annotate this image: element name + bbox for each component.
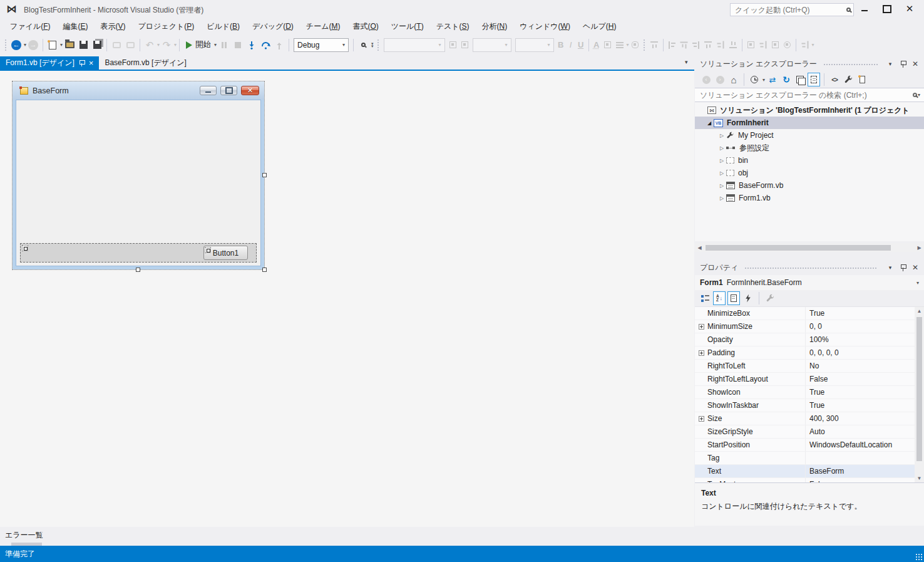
font-name-combo[interactable]: ▾ (384, 38, 445, 52)
scroll-down-icon[interactable]: ▼ (915, 476, 924, 481)
menu-item[interactable]: ウィンドウ(W) (513, 19, 577, 34)
vertical-scrollbar[interactable]: ▲ ▼ (915, 307, 924, 482)
snap-to-grid-icon[interactable] (650, 41, 658, 48)
italic-icon[interactable]: I (566, 40, 576, 49)
tree-item[interactable]: ▷bin (695, 154, 924, 167)
navigate-back-dropdown-icon[interactable]: ▾ (24, 42, 26, 48)
events-icon[interactable] (742, 291, 754, 305)
menu-item[interactable]: デバッグ(D) (246, 19, 300, 34)
designer-surface[interactable]: BaseForm ✕ Button1 (0, 71, 694, 527)
chevron-collapsed-icon[interactable]: ▷ (717, 170, 726, 176)
text-align-dropdown-icon[interactable]: ▾ (627, 42, 629, 48)
menu-item[interactable]: プロジェクト(P) (132, 19, 201, 34)
redo-dropdown-icon[interactable]: ▾ (174, 42, 177, 48)
make-same-size-icon[interactable] (772, 41, 779, 48)
scroll-up-icon[interactable]: ▲ (915, 308, 924, 314)
open-file-icon[interactable] (63, 38, 76, 53)
comment-next-icon[interactable] (124, 38, 136, 53)
stop-icon[interactable] (232, 38, 244, 53)
window-position-dropdown-icon[interactable]: ▾ (885, 59, 895, 69)
preview-selected-items-icon[interactable] (856, 73, 868, 86)
collapse-all-icon[interactable] (794, 73, 806, 86)
solution-configurations-combo[interactable]: Debug ▾ (294, 38, 349, 52)
close-icon[interactable]: ✕ (910, 59, 920, 69)
window-maximize-button[interactable] (878, 0, 896, 18)
combo-dropdown-icon[interactable]: ▾ (342, 42, 345, 48)
chevron-collapsed-icon[interactable]: ▷ (717, 158, 726, 164)
horizontal-spacing-icon[interactable] (801, 41, 808, 49)
step-into-icon[interactable] (245, 38, 258, 53)
find-in-files-icon[interactable] (357, 38, 369, 53)
menu-item[interactable]: ヘルプ(H) (577, 19, 623, 34)
tree-item[interactable]: ソリューション 'BlogTestFormInherit' (1 プロジェクト (695, 104, 924, 117)
align-rights-icon[interactable] (692, 41, 699, 49)
resize-handle-bottom-right[interactable] (262, 268, 267, 272)
forward-icon[interactable]: › (714, 73, 726, 86)
navigate-back-icon[interactable]: ← (10, 38, 23, 53)
panel-grip[interactable] (823, 63, 878, 66)
alphabetical-sort-icon[interactable]: AZ↓ (713, 291, 726, 305)
property-row[interactable]: ShowInTaskbarTrue (695, 399, 915, 412)
unlink-icon[interactable] (632, 41, 639, 48)
expand-icon[interactable] (695, 350, 707, 356)
error-list-tab[interactable]: エラー一覧 (5, 530, 43, 541)
pin-icon[interactable] (79, 60, 85, 66)
menu-item[interactable]: ファイル(F) (4, 19, 56, 34)
menu-item[interactable]: 編集(E) (56, 19, 94, 34)
property-row[interactable]: RightToLeftLayoutFalse (695, 373, 915, 386)
align-centers-icon[interactable] (680, 41, 687, 48)
align-bottoms-icon[interactable] (729, 41, 737, 48)
step-out-icon[interactable] (273, 38, 285, 53)
property-row[interactable]: MinimumSize0, 0 (695, 320, 915, 333)
property-pages-icon[interactable] (764, 291, 776, 305)
chevron-collapsed-icon[interactable]: ▷ (717, 183, 726, 189)
make-same-height-icon[interactable] (759, 41, 766, 49)
property-row[interactable]: MinimizeBoxTrue (695, 307, 915, 320)
pin-icon[interactable] (898, 263, 908, 273)
property-row[interactable]: StartPositionWindowsDefaultLocation (695, 439, 915, 452)
toolbar-grip[interactable] (4, 39, 8, 51)
start-dropdown-icon[interactable]: ▾ (214, 42, 217, 48)
filter-dropdown-icon[interactable]: ▾ (762, 77, 765, 83)
property-row[interactable]: ShowIconTrue (695, 386, 915, 399)
property-row[interactable]: TopMostFalse (695, 478, 915, 482)
properties-view-icon[interactable] (727, 291, 740, 305)
menu-item[interactable]: ツール(T) (385, 19, 430, 34)
step-over-icon[interactable] (259, 38, 272, 53)
spacing-dropdown-icon[interactable]: ▾ (812, 42, 814, 48)
solution-explorer-search[interactable]: ▾ (695, 88, 924, 102)
refresh-icon[interactable]: ↻ (780, 73, 793, 86)
quick-launch-box[interactable] (730, 3, 854, 16)
scroll-right-icon[interactable]: ▶ (915, 245, 924, 251)
tree-item[interactable]: ▷obj (695, 167, 924, 179)
properties-wrench-icon[interactable] (842, 73, 855, 86)
object-selector-combo[interactable]: Form1 FormInherit.BaseForm ▾ (695, 275, 924, 290)
close-icon[interactable]: × (89, 59, 94, 67)
designed-form[interactable]: BaseForm ✕ Button1 (13, 81, 264, 269)
make-same-width-icon[interactable] (747, 41, 754, 48)
chevron-expanded-icon[interactable]: ◢ (705, 120, 714, 126)
property-row[interactable]: SizeGripStyleAuto (695, 425, 915, 439)
start-debug-button[interactable]: 開始 ▾ (186, 38, 217, 53)
button1[interactable]: Button1 (203, 246, 248, 260)
toolbar-options-icon[interactable]: ▾▾ (371, 43, 374, 48)
form-client-area[interactable]: Button1 (16, 100, 261, 266)
chevron-collapsed-icon[interactable]: ▷ (717, 133, 726, 138)
property-row[interactable]: RightToLeftNo (695, 360, 915, 373)
new-file-icon[interactable] (46, 38, 59, 53)
tab-active[interactable]: Form1.vb [デザイン]× (0, 56, 99, 70)
categorized-icon[interactable] (699, 291, 711, 305)
navigate-forward-icon[interactable]: → (27, 38, 39, 53)
home-icon[interactable]: ⌂ (727, 73, 740, 86)
inherited-panel[interactable]: Button1 (20, 243, 257, 263)
menu-item[interactable]: テスト(S) (430, 19, 476, 34)
window-close-button[interactable]: ✕ (900, 0, 919, 18)
switch-views-icon[interactable]: ⇄ (766, 73, 779, 86)
menu-item[interactable]: 表示(V) (94, 19, 131, 34)
document-list-dropdown-icon[interactable]: ▾ (685, 59, 688, 65)
pin-icon[interactable] (898, 59, 908, 69)
close-icon[interactable]: ✕ (910, 263, 920, 273)
horizontal-scrollbar[interactable]: ◀ ▶ (695, 243, 924, 252)
view-code-icon[interactable]: <> (828, 73, 841, 86)
tree-item[interactable]: ▷Form1.vb (695, 192, 924, 204)
